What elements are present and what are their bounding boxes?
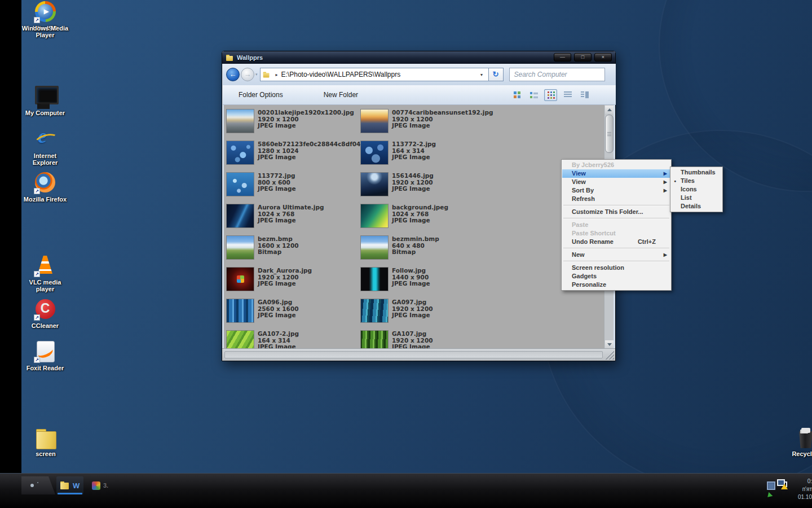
desktop-icon[interactable]: ↗ CCleaner	[21, 297, 69, 329]
file-type: JPEG Image	[258, 217, 324, 224]
desktop-icon[interactable]: ↗ Foxit Reader	[21, 340, 69, 371]
file-tile[interactable]: Dark_Aurora.jpg 1920 x 1200 JPEG Image	[226, 267, 360, 299]
context-menu-item[interactable]: ▶	[562, 203, 670, 208]
context-menu-item[interactable]: Undo Rename Ctrl+Z ▶	[562, 238, 670, 246]
back-button[interactable]: ←	[226, 68, 240, 81]
taskbar-item-wallpprs[interactable]: W	[56, 476, 83, 494]
shortcut-arrow-icon: ↗	[34, 271, 40, 277]
file-thumbnail	[360, 204, 389, 228]
view-details-button[interactable]	[578, 89, 591, 101]
menu-item-label: Sort By	[572, 187, 594, 194]
context-menu-item[interactable]: Screen resolution ▶	[562, 264, 670, 272]
file-thumbnail	[226, 141, 254, 165]
desktop-icon-screen-folder[interactable]: screen	[26, 429, 65, 457]
file-tile[interactable]: GA096.jpg 2560 x 1600 JPEG Image	[226, 299, 360, 330]
maximize-button[interactable]: □	[574, 53, 592, 62]
file-tile[interactable]: 00201lakejipe1920x1200.jpg 1920 x 1200 J…	[226, 109, 360, 141]
context-menu-item[interactable]: ▶	[562, 216, 670, 221]
submenu-item[interactable]: ● List	[671, 194, 722, 202]
file-type: JPEG Image	[258, 122, 354, 129]
shortcut-arrow-icon: ↗	[34, 188, 40, 194]
context-menu-item[interactable]: View ▶	[562, 169, 670, 178]
context-menu-item[interactable]: New ▶	[562, 251, 670, 259]
file-tile[interactable]: Follow.jpg 812 x 508 JPEG Image	[360, 267, 495, 299]
file-tile[interactable]: 00774caribbeansunset192.jpg 1920 x 1200 …	[360, 109, 495, 141]
view-icons-button[interactable]	[544, 89, 557, 101]
update-arrow-icon[interactable]	[766, 493, 773, 500]
context-menu-item[interactable]: Gadgets ▶	[562, 272, 670, 281]
address-bar[interactable]: ▸ E:\Photo-video\WALLPAPERS\Wallpprs ▼	[260, 68, 489, 81]
desktop-icon[interactable]: ↗ Internet Explorer	[21, 128, 69, 166]
taskbar-clock[interactable]: 0: п'ят 01.10	[793, 478, 812, 501]
file-tile[interactable]: Aurora Ultimate.jpg 1024 x 768 JPEG Imag…	[226, 204, 360, 235]
context-menu-item[interactable]: Personalize ▶	[562, 281, 670, 289]
submenu-item[interactable]: ● Icons	[671, 185, 722, 194]
start-button[interactable]	[21, 476, 55, 494]
window-titlebar[interactable]: Wallpprs — □ ×	[222, 51, 615, 64]
file-name: 113772.jpg	[258, 173, 296, 179]
file-tile[interactable]: GA107.jpg 1920 x 1200 JPEG Image	[360, 330, 495, 349]
network-warning-icon[interactable]	[777, 479, 787, 488]
file-name: 00774caribbeansunset192.jpg	[392, 110, 493, 116]
minimize-button[interactable]: —	[554, 53, 571, 62]
refresh-button[interactable]: ↻	[489, 68, 504, 81]
submenu-arrow-icon: ▶	[664, 169, 667, 178]
folder-options-button[interactable]: Folder Options	[239, 91, 283, 99]
context-menu-item[interactable]: View ▶	[562, 178, 670, 186]
file-tile[interactable]: 113772-2.jpg 164 x 314 JPEG Image	[360, 141, 495, 172]
file-tile[interactable]: background.jpeg 1024 x 768 JPEG Image	[360, 204, 495, 235]
context-menu-item[interactable]: ▶	[562, 246, 670, 251]
app-icon: ↗	[33, 85, 57, 108]
new-folder-button[interactable]: New Folder	[324, 91, 358, 99]
resize-grip[interactable]	[606, 351, 614, 360]
file-type: JPEG Image	[392, 186, 434, 192]
tray-app-icon[interactable]	[767, 481, 775, 490]
up-arrow-icon	[607, 108, 612, 111]
desktop-icon[interactable]: ↗ VLC media player	[21, 254, 69, 292]
forward-button[interactable]: →	[241, 68, 254, 81]
menu-item-label: Personalize	[572, 281, 606, 288]
view-tiles-button[interactable]	[527, 89, 540, 101]
scrollbar-thumb[interactable]	[605, 115, 614, 153]
desktop-icon-label: screen	[26, 450, 65, 457]
search-box[interactable]: Search Computer	[509, 68, 605, 81]
down-arrow-icon	[607, 343, 612, 346]
context-menu-item[interactable]: By Jcberry526 ▶	[562, 161, 670, 169]
file-tile[interactable]: bezmmin.bmp 640 x 480 Bitmap	[360, 235, 495, 267]
close-button[interactable]: ×	[594, 53, 612, 62]
context-menu-item[interactable]: ▶	[562, 259, 670, 264]
desktop-icon[interactable]: ↗ Mozilla Firefox	[21, 171, 69, 203]
context-menu-item[interactable]: Customize This Folder... ▶	[562, 208, 670, 216]
address-dropdown-icon[interactable]: ▼	[478, 73, 486, 77]
desktop-icon[interactable]: ↗ Windows Media Player	[21, 0, 69, 38]
file-tile[interactable]: 5860eb72123fe0c28844c8df04... 1280 x 102…	[226, 141, 360, 172]
view-thumbnails-button[interactable]	[510, 89, 523, 101]
submenu-item[interactable]: ● Details	[671, 202, 722, 211]
window-title: Wallpprs	[237, 54, 263, 61]
context-menu-item[interactable]: Paste Shortcut ▶	[562, 229, 670, 238]
file-tile[interactable]: bezm.bmp 1600 x 1200 Bitmap	[226, 235, 360, 267]
history-chevron-icon[interactable]: ▾	[255, 72, 258, 77]
scroll-down-button[interactable]	[605, 340, 614, 349]
view-list-button[interactable]	[561, 89, 574, 101]
file-tile[interactable]: 1561446.jpg 1920 x 1200 JPEG Image	[360, 172, 495, 204]
file-tile[interactable]: 113772.jpg 800 x 600 JPEG Image	[226, 172, 360, 204]
context-menu-item[interactable]: Sort By ▶	[562, 186, 670, 195]
file-thumbnail	[360, 172, 389, 196]
menu-item-label: View	[572, 178, 586, 185]
context-menu-item[interactable]: Refresh ▶	[562, 195, 670, 203]
tiles-view-icon	[530, 91, 538, 99]
scroll-up-button[interactable]	[605, 106, 614, 114]
submenu-item[interactable]: ● Thumbnails	[671, 168, 722, 177]
taskbar-item-paint[interactable]: 3.	[88, 476, 112, 494]
folder-icon	[226, 55, 233, 61]
desktop-icon[interactable]: ↗ My Computer	[21, 85, 69, 116]
submenu-arrow-icon: ▶	[664, 251, 667, 259]
desktop-icon-recycle-bin[interactable]: Recycle	[784, 428, 812, 457]
context-menu-item[interactable]: Paste ▶	[562, 221, 670, 229]
submenu-item[interactable]: ● Tiles	[671, 177, 722, 185]
address-path[interactable]: E:\Photo-video\WALLPAPERS\Wallpprs	[281, 71, 478, 78]
file-tile[interactable]: GA107-2.jpg 164 x 314 JPEG Image	[226, 330, 360, 349]
file-tile[interactable]: GA097.jpg 1920 x 1200 JPEG Image	[360, 299, 495, 330]
app-icon: ↗	[33, 340, 57, 364]
